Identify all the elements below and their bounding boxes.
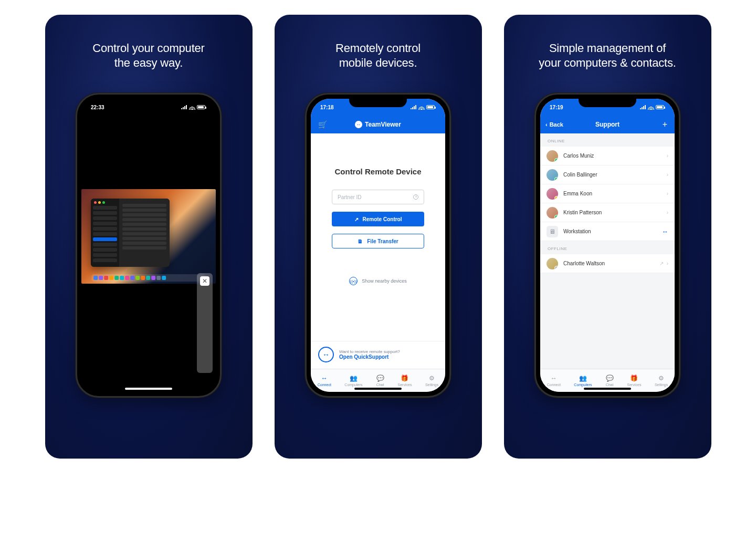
connect-icon[interactable]: ↔ <box>662 228 668 235</box>
tab-connect[interactable]: ↔Connect <box>318 375 331 387</box>
avatar <box>547 188 558 200</box>
battery-icon <box>197 105 205 109</box>
promo-card-3: Simple management of your computers & co… <box>504 15 711 459</box>
app-topbar: 🛒 ↔ TeamViewer <box>311 116 445 133</box>
status-dot <box>554 196 558 200</box>
file-icon: 🗎 <box>358 238 363 244</box>
contacts-list[interactable]: ONLINE Carlos Muniz › Colin Ballinger › … <box>540 133 675 369</box>
app-topbar: ‹ Back Support + <box>540 116 675 133</box>
finder-window <box>91 199 170 267</box>
phone-notch <box>579 95 636 107</box>
contact-row[interactable]: Emma Koon › <box>540 184 675 203</box>
contact-row[interactable]: Carlos Muniz › <box>540 147 675 165</box>
connect-icon: ↔ <box>320 375 329 382</box>
chevron-right-icon: › <box>667 191 668 196</box>
status-dot <box>554 158 558 162</box>
connect-heading: Control Remote Device <box>334 167 421 176</box>
status-dot <box>554 215 558 219</box>
services-icon: 🎁 <box>630 375 638 382</box>
chevron-right-icon: › <box>667 172 668 178</box>
chevron-right-icon: › <box>667 210 668 215</box>
chevron-right-icon: › <box>667 153 668 159</box>
card-2-title: Remotely control mobile devices. <box>335 41 421 70</box>
workstation-row[interactable]: 🖥 Workstation ↔ <box>540 222 675 241</box>
tab-settings[interactable]: ⚙Settings <box>425 375 438 387</box>
phone-screen-1: 22:33 <box>81 99 216 392</box>
quicksupport-line2: Open QuickSupport <box>339 354 400 360</box>
partner-id-placeholder: Partner ID <box>338 194 362 200</box>
contact-row[interactable]: Colin Ballinger › <box>540 165 675 184</box>
file-transfer-label: File Transfer <box>367 238 398 244</box>
phone-screen-2: 17:18 🛒 ↔ TeamViewer Control Remote Devi… <box>311 99 445 392</box>
contact-name: Colin Ballinger <box>563 172 597 178</box>
status-time: 22:33 <box>91 105 104 110</box>
remote-desktop-view[interactable] <box>81 189 216 284</box>
tab-services[interactable]: 🎁Services <box>627 375 642 387</box>
signal-icon <box>640 105 646 109</box>
quicksupport-line1: Want to receive remote support? <box>339 349 400 354</box>
signal-icon <box>181 105 187 109</box>
remote-control-button[interactable]: ↗ Remote Control <box>332 212 424 226</box>
cart-icon[interactable]: 🛒 <box>318 120 327 129</box>
offline-connect-icon[interactable]: ↗ › <box>659 261 668 266</box>
tab-settings[interactable]: ⚙Settings <box>655 375 668 387</box>
partner-id-input[interactable]: Partner ID <box>332 190 424 204</box>
contact-name: Charlotte Waltson <box>563 261 605 266</box>
remote-control-label: Remote Control <box>363 216 402 222</box>
home-indicator[interactable] <box>125 388 172 390</box>
teamviewer-logo-icon: ↔ <box>355 121 362 128</box>
tab-services[interactable]: 🎁Services <box>398 375 412 387</box>
gear-icon: ⚙ <box>657 375 666 382</box>
card-1-title: Control your computer the easy way. <box>92 41 204 70</box>
contact-name: Emma Koon <box>563 191 592 196</box>
promo-card-1: Control your computer the easy way. 22:3… <box>45 15 253 459</box>
back-button[interactable]: ‹ Back <box>545 121 563 128</box>
macos-dock <box>91 274 206 282</box>
wifi-icon <box>648 105 654 110</box>
chat-icon: 💬 <box>376 375 384 382</box>
file-transfer-button[interactable]: 🗎 File Transfer <box>332 234 424 248</box>
tab-computers[interactable]: 👥Computers <box>574 375 592 387</box>
tab-connect[interactable]: ↔Connect <box>547 375 561 387</box>
status-dot <box>554 266 558 269</box>
link-icon: ↗ <box>354 216 359 222</box>
home-indicator[interactable] <box>354 388 402 390</box>
phone-frame-2: 17:18 🛒 ↔ TeamViewer Control Remote Devi… <box>305 93 451 398</box>
finder-sidebar <box>91 199 119 267</box>
finder-list <box>119 199 170 267</box>
section-offline: OFFLINE <box>540 241 675 254</box>
close-icon[interactable]: ✕ <box>200 276 209 286</box>
contact-row[interactable]: Kristin Patterson › <box>540 203 675 222</box>
quicksupport-banner[interactable]: ↔ Want to receive remote support? Open Q… <box>311 341 445 369</box>
nearby-icon: ((•)) <box>349 277 358 285</box>
monitor-icon: 🖥 <box>547 226 558 237</box>
tab-chat[interactable]: 💬Chat <box>376 375 384 387</box>
quicksupport-logo-icon: ↔ <box>318 347 334 362</box>
computers-icon: 👥 <box>579 375 587 382</box>
add-button[interactable]: + <box>663 120 667 129</box>
history-icon[interactable] <box>413 194 418 200</box>
avatar <box>547 169 558 181</box>
contact-row[interactable]: Charlotte Waltson ↗ › <box>540 254 675 273</box>
card-3-title: Simple management of your computers & co… <box>539 41 676 70</box>
section-online: ONLINE <box>540 133 675 147</box>
window-traffic-lights <box>94 201 105 204</box>
remote-toolbar[interactable]: ✕ <box>197 273 213 373</box>
phone-frame-3: 17:19 ‹ Back Support + ONLI <box>534 93 680 398</box>
gear-icon: ⚙ <box>428 375 436 382</box>
signal-icon <box>411 105 417 109</box>
phone-notch <box>349 95 407 107</box>
promo-card-2: Remotely control mobile devices. 17:18 🛒… <box>275 15 482 459</box>
home-indicator[interactable] <box>584 388 631 390</box>
nearby-devices-link[interactable]: ((•)) Show nearby devices <box>349 277 407 285</box>
services-icon: 🎁 <box>401 375 409 382</box>
connect-body: Control Remote Device Partner ID ↗ Remot… <box>311 133 445 369</box>
tab-chat[interactable]: 💬Chat <box>605 375 614 387</box>
phone-frame-1: 22:33 <box>76 93 222 398</box>
phone-notch <box>120 95 177 107</box>
tab-computers[interactable]: 👥Computers <box>344 375 362 387</box>
screenshot-gallery: Control your computer the easy way. 22:3… <box>0 0 756 473</box>
status-time: 17:18 <box>320 105 334 110</box>
app-title: TeamViewer <box>365 121 401 128</box>
battery-icon <box>426 105 435 109</box>
